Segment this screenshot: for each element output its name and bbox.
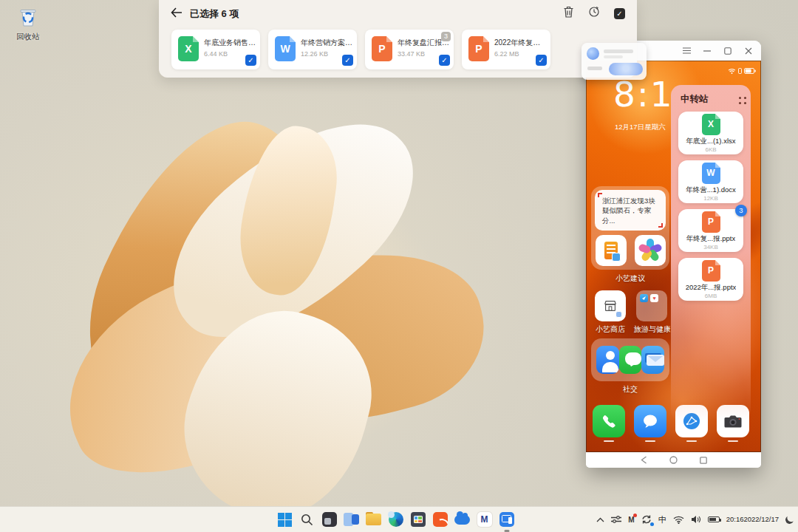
selected-file-card[interactable]: W 年终营销方案复盘... 12.26 KB (268, 30, 357, 69)
gallery-app-icon[interactable] (635, 235, 666, 266)
messages-app-icon[interactable] (634, 405, 666, 437)
file-name: 年终营...1).docx (686, 185, 736, 195)
onedrive-button[interactable] (454, 511, 471, 528)
tray-pc-manager[interactable]: M (628, 516, 634, 524)
phone-status-bar (728, 64, 756, 77)
recycle-bin-label: 回收站 (7, 32, 49, 42)
file-size: 34KB (703, 244, 718, 250)
xlsx-file-icon: X (178, 36, 199, 61)
social-folder[interactable] (591, 338, 669, 381)
file-size: 33.47 KB (398, 50, 425, 58)
tray-tuner-icon[interactable] (611, 515, 621, 524)
task-view-button[interactable] (343, 511, 360, 528)
start-button[interactable] (276, 511, 293, 528)
wifi-icon (728, 64, 736, 77)
search-button[interactable] (299, 511, 316, 528)
tray-sync-icon[interactable] (641, 514, 652, 525)
transfer-file-card[interactable]: X 年底业...(1).xlsx 6KB (678, 112, 743, 154)
ime-indicator[interactable]: 中 (658, 514, 666, 525)
delete-icon[interactable] (563, 6, 574, 21)
drag-handle-icon[interactable] (739, 97, 741, 99)
file-name: 年底业...(1).xlsx (686, 137, 735, 146)
cloud-icon (454, 515, 470, 525)
window-close-icon[interactable] (739, 41, 758, 61)
multi-screen-collab-button[interactable] (498, 511, 515, 528)
transfer-file-card[interactable]: P 年终复...报.pptx 34KB 3 (678, 209, 743, 252)
file-size: 12.26 KB (301, 50, 328, 58)
pc-manager-button[interactable]: M (476, 511, 493, 528)
recycle-bin-icon (17, 18, 39, 30)
nav-home-icon[interactable] (669, 454, 678, 467)
news-card[interactable]: 浙江浦江发现3块疑似陨石，专家分... (595, 190, 666, 231)
taskbar-dark-app-button[interactable] (321, 511, 338, 528)
transfer-station-title: 中转站 (681, 93, 709, 106)
pptx-file-icon: P (702, 211, 720, 233)
selection-toolbar: 已选择 6 项 X 年底业务销售汇点... 6.44 KB W 年终营销方案复盘… (159, 0, 637, 78)
quote-mark-icon (598, 193, 602, 197)
file-checkbox[interactable] (439, 55, 450, 66)
task-view-icon (344, 513, 359, 526)
file-size: 6MB (705, 293, 717, 299)
docx-file-icon: W (702, 163, 720, 184)
nav-recents-icon[interactable] (700, 454, 707, 467)
messenger-app-icon[interactable] (619, 346, 642, 374)
transfer-station-panel: 中转站 X 年底业...(1).xlsx 6KB W 年终营...1).docx… (671, 85, 751, 421)
travel-health-folder[interactable] (636, 290, 667, 321)
wifi-tray-icon[interactable] (673, 516, 684, 524)
xlsx-file-icon: X (702, 114, 720, 135)
back-icon[interactable] (171, 7, 183, 21)
window-maximize-icon[interactable] (718, 41, 737, 61)
taskbar-orange-app-button[interactable] (432, 511, 449, 528)
recycle-bin[interactable]: 回收站 (7, 6, 49, 42)
toast-text-placeholder (604, 55, 623, 58)
history-icon[interactable] (588, 6, 600, 21)
file-name: 2022年...报.pptx (686, 283, 737, 293)
file-checkbox[interactable] (245, 55, 256, 66)
selected-file-card[interactable]: P 年终复盘汇报.pptx 33.47 KB 3 (365, 30, 454, 69)
battery-tray-icon[interactable] (708, 516, 720, 522)
travel-folder-label: 旅游与健康 (629, 324, 676, 335)
edge-browser-button[interactable] (387, 511, 404, 528)
pptx-file-icon: P (468, 36, 489, 61)
store-badge-icon (615, 311, 622, 318)
volume-tray-icon[interactable] (691, 515, 701, 524)
email-app-icon[interactable] (641, 346, 664, 374)
window-minimize-icon[interactable] (698, 41, 717, 61)
select-all-checkbox[interactable] (614, 8, 625, 19)
notification-toast[interactable] (582, 43, 647, 80)
flower-petal (138, 81, 446, 378)
celia-store-app[interactable] (595, 290, 626, 321)
nav-back-icon[interactable] (641, 454, 647, 467)
flower-petal (53, 90, 338, 449)
tray-clock[interactable]: 20:16 2022/12/17 (726, 515, 779, 523)
health-mini-icon (650, 294, 658, 302)
file-explorer-button[interactable] (365, 511, 382, 528)
toast-text-placeholder (604, 50, 633, 53)
battery-icon (744, 64, 756, 77)
flower-glow (30, 118, 517, 517)
window-menu-icon[interactable] (677, 41, 696, 61)
file-checkbox[interactable] (536, 55, 547, 66)
selected-file-card[interactable]: P 2022年终复盘汇... 6.22 MB (462, 30, 550, 69)
file-checkbox[interactable] (342, 55, 353, 66)
news-app-icon[interactable] (596, 235, 627, 266)
phone-clock: 8:1 (613, 74, 674, 115)
selected-file-card[interactable]: X 年底业务销售汇点... 6.44 KB (171, 30, 260, 69)
signal-icon (738, 64, 742, 77)
file-name: 2022年终复盘汇... (494, 38, 548, 48)
taskbar: M M 中 20:16 2022/12/17 (0, 506, 798, 532)
microsoft-store-button[interactable] (409, 511, 426, 528)
file-size: 6.22 MB (494, 50, 519, 58)
do-not-disturb-button[interactable] (785, 516, 794, 524)
tray-overflow-chevron[interactable] (596, 517, 604, 522)
toast-action-button[interactable] (609, 63, 643, 75)
contacts-app-icon[interactable] (596, 346, 619, 374)
social-folder-label: 社交 (591, 384, 669, 395)
file-count-badge: 3 (735, 205, 747, 216)
transfer-file-card[interactable]: W 年终营...1).docx 12KB (678, 160, 743, 203)
celia-widget-label: 小艺建议 (591, 273, 669, 284)
flower-petal (223, 226, 501, 446)
phone-dialer-app-icon[interactable] (593, 405, 625, 437)
folder-icon (366, 514, 381, 525)
transfer-file-card[interactable]: P 2022年...报.pptx 6MB (678, 258, 743, 301)
